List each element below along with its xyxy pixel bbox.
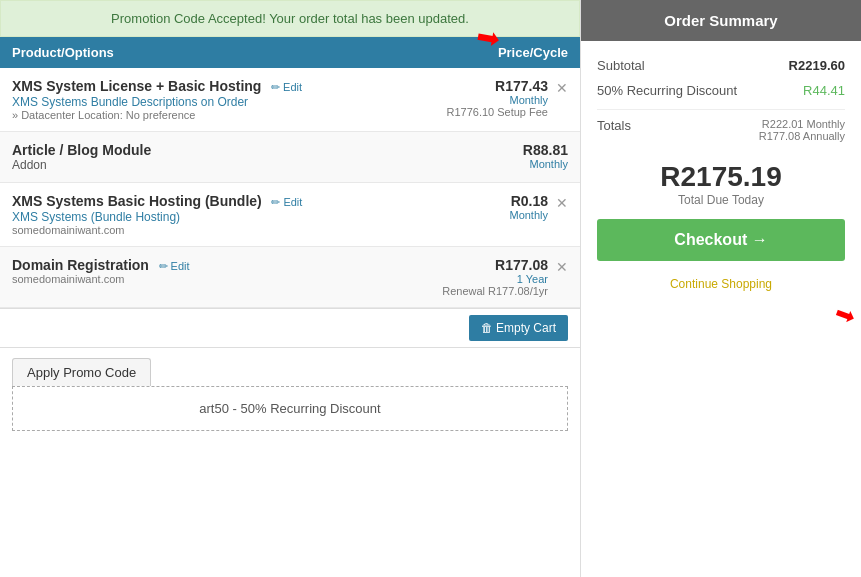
empty-cart-row: 🗑 Empty Cart [0,309,580,348]
subtotal-label: Subtotal [597,58,645,73]
item-setup: R1776.10 Setup Fee [418,106,548,118]
cart-items-list: XMS System License + Basic Hosting ✏ Edi… [0,68,580,309]
item-sub: » Datacenter Location: No preference [12,109,418,121]
item-name: Domain Registration [12,257,149,273]
item-edit-link[interactable]: ✏ Edit [271,196,302,208]
cart-item: Domain Registration ✏ Edit somedomainiwa… [0,247,580,308]
continue-arrow-icon: ➡ [831,298,859,331]
total-due-section: R2175.19 Total Due Today [597,147,845,211]
item-addon: Addon [12,158,438,172]
item-edit-link[interactable]: ✏ Edit [271,81,302,93]
subtotal-value: R2219.60 [789,58,845,73]
discount-label: 50% Recurring Discount [597,83,737,98]
order-summary-title: Order Summary [581,0,861,41]
item-bundle-link[interactable]: XMS Systems Bundle Descriptions on Order [12,95,248,109]
item-name: XMS System License + Basic Hosting [12,78,261,94]
item-cycle: Monthly [418,209,548,221]
item-price: R177.08 [418,257,548,273]
order-summary-panel: Order Summary Subtotal R2219.60 50% Recu… [581,0,861,577]
item-cycle: 1 Year [418,273,548,285]
totals-values: R222.01 Monthly R177.08 Annually [759,118,845,142]
total-amount: R2175.19 [597,161,845,193]
item-name: XMS Systems Basic Hosting (Bundle) [12,193,262,209]
item-renewal: Renewal R177.08/1yr [418,285,548,297]
item-domain: somedomainiwant.com [12,224,418,236]
discount-value: R44.41 [803,83,845,98]
item-price: R177.43 [418,78,548,94]
item-price: R88.81 [438,142,568,158]
item-remove-button[interactable]: ✕ [556,80,568,96]
promo-success-message: Promotion Code Accepted! Your order tota… [111,11,469,26]
item-domain: somedomainiwant.com [12,273,418,285]
item-bundle-link[interactable]: XMS Systems (Bundle Hosting) [12,210,180,224]
cart-item: XMS System License + Basic Hosting ✏ Edi… [0,68,580,132]
promo-code-display: art50 - 50% Recurring Discount [12,386,568,431]
item-cycle: Monthly [438,158,568,170]
empty-cart-button[interactable]: 🗑 Empty Cart [469,315,568,341]
header-price: Price/Cycle [498,45,568,60]
summary-body: Subtotal R2219.60 50% Recurring Discount… [581,41,861,311]
promo-tab[interactable]: Apply Promo Code [12,358,151,386]
continue-shopping-link[interactable]: Continue Shopping ➡ [597,269,845,299]
item-name: Article / Blog Module [12,142,438,158]
total-due-label: Total Due Today [597,193,845,207]
item-remove-button[interactable]: ✕ [556,259,568,275]
promo-success-banner: Promotion Code Accepted! Your order tota… [0,0,580,37]
totals-label: Totals [597,118,631,133]
promo-tab-section: Apply Promo Code art50 - 50% Recurring D… [0,348,580,441]
item-cycle: Monthly [418,94,548,106]
item-edit-link[interactable]: ✏ Edit [159,260,190,272]
discount-row: 50% Recurring Discount R44.41 [597,78,845,103]
subtotal-row: Subtotal R2219.60 [597,53,845,78]
totals-row: Totals R222.01 Monthly R177.08 Annually [597,109,845,147]
cart-item: Article / Blog Module Addon R88.81 Month… [0,132,580,183]
checkout-button[interactable]: Checkout → [597,219,845,261]
cart-item: XMS Systems Basic Hosting (Bundle) ✏ Edi… [0,183,580,247]
item-price: R0.18 [418,193,548,209]
header-product: Product/Options [12,45,114,60]
item-remove-button[interactable]: ✕ [556,195,568,211]
